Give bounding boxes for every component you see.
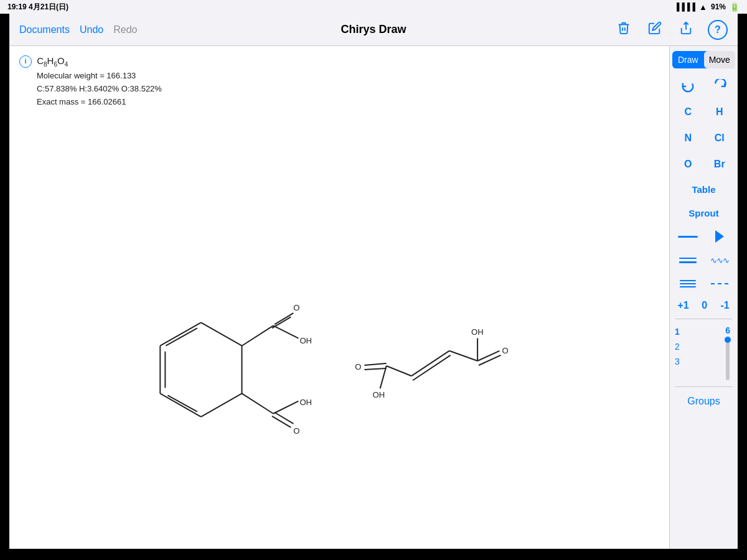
svg-line-24 (364, 368, 386, 370)
undo-tool-button[interactable] (674, 75, 702, 97)
carbon-button[interactable]: C (674, 101, 702, 123)
redo-tool-button[interactable] (706, 75, 733, 97)
battery-text: 91% (711, 2, 726, 11)
phthalic-acid: O OH O OH (160, 303, 312, 436)
svg-line-17 (275, 413, 293, 424)
right-panel: Draw Move C H (669, 46, 738, 549)
drawing-area[interactable]: i C8H6O4 Molecular weight = 166.133 C:57… (9, 46, 669, 549)
molecule-canvas: O OH O OH (9, 46, 669, 549)
groups-button[interactable]: Groups (672, 391, 735, 412)
divider-2 (675, 386, 732, 387)
svg-text:OH: OH (299, 398, 312, 407)
status-bar: 19:19 4月21日(日) ▐▐▐▐ ▲ 91% 🔋 (0, 0, 747, 14)
svg-line-1 (201, 322, 242, 345)
undo-button[interactable]: Undo (80, 24, 103, 35)
svg-line-28 (449, 351, 477, 361)
share-button[interactable] (677, 19, 695, 41)
svg-line-14 (273, 325, 298, 338)
fumaric-acid: O O (355, 327, 508, 399)
svg-line-10 (242, 325, 273, 345)
svg-line-30 (479, 355, 500, 365)
help-button[interactable]: ? (708, 20, 728, 40)
svg-line-11 (275, 313, 293, 324)
charge-minus-button[interactable]: -1 (716, 297, 734, 314)
svg-line-29 (477, 351, 499, 361)
charge-plus-button[interactable]: +1 (674, 297, 692, 314)
ring-num-2[interactable]: 2 (672, 340, 682, 353)
svg-line-4 (160, 393, 201, 416)
delete-button[interactable] (614, 19, 633, 41)
chlorine-button[interactable]: Cl (706, 127, 733, 149)
svg-line-23 (364, 363, 386, 365)
nav-left: Documents Undo Redo (19, 24, 137, 35)
arrow-bond-button[interactable] (706, 226, 733, 246)
hydrogen-button[interactable]: H (706, 101, 733, 123)
sprout-button[interactable]: Sprout (675, 202, 732, 224)
content-area: i C8H6O4 Molecular weight = 166.133 C:57… (9, 46, 738, 549)
svg-text:O: O (502, 346, 508, 355)
dashed-bond-button[interactable] (706, 274, 733, 294)
redo-text: Redo (113, 24, 137, 35)
ring-slider-col: 6 (725, 325, 730, 380)
main-container: Documents Undo Redo Chirys Draw ? (9, 14, 738, 549)
svg-line-25 (387, 366, 411, 376)
svg-text:O: O (355, 362, 361, 371)
svg-text:OH: OH (471, 327, 484, 337)
bond-row-3 (672, 273, 735, 295)
ring-slider-track[interactable] (726, 337, 730, 380)
divider-1 (675, 319, 732, 319)
svg-line-3 (201, 393, 242, 416)
table-button[interactable]: Table (675, 178, 732, 200)
ch-row: C H (672, 100, 735, 124)
oxygen-button[interactable]: O (674, 153, 702, 175)
nav-right: ? (614, 19, 728, 41)
svg-text:O: O (293, 426, 299, 436)
double-bond-button[interactable] (674, 250, 702, 270)
svg-line-7 (166, 328, 197, 345)
ring-num-1[interactable]: 1 (672, 325, 682, 338)
ncl-row: N Cl (672, 126, 735, 151)
status-right: ▐▐▐▐ ▲ 91% 🔋 (674, 2, 740, 12)
svg-line-16 (242, 393, 273, 413)
svg-line-26 (411, 351, 449, 376)
ring-slider-thumb (725, 337, 731, 343)
signal-icon: ▐▐▐▐ (674, 2, 695, 11)
triple-bond-button[interactable] (674, 274, 702, 294)
svg-line-9 (167, 395, 197, 411)
svg-line-18 (272, 416, 291, 427)
bond-row-1 (672, 225, 735, 248)
draw-mode-button[interactable]: Draw (672, 51, 704, 68)
wavy-bond-button[interactable]: ∿∿∿ (706, 250, 733, 270)
nav-title: Chirys Draw (341, 23, 406, 36)
nitrogen-button[interactable]: N (674, 127, 702, 149)
mode-toggle: Draw Move (672, 51, 735, 68)
svg-text:OH: OH (299, 336, 312, 345)
charge-row: +1 0 -1 (672, 296, 735, 315)
undo-redo-row (672, 73, 735, 98)
charge-zero-button[interactable]: 0 (696, 297, 713, 314)
ring-nums-col: 1 2 3 (672, 325, 682, 368)
move-mode-button[interactable]: Move (704, 51, 736, 68)
svg-line-27 (413, 355, 451, 380)
edit-button[interactable] (646, 19, 664, 41)
svg-line-6 (160, 322, 201, 345)
documents-button[interactable]: Documents (19, 24, 70, 35)
svg-line-20 (273, 401, 298, 414)
status-time: 19:19 4月21日(日) (7, 2, 68, 12)
nav-bar: Documents Undo Redo Chirys Draw ? (9, 14, 738, 46)
ring-slider-section: 1 2 3 6 (672, 323, 735, 383)
obr-row: O Br (672, 152, 735, 177)
single-bond-button[interactable] (674, 226, 702, 246)
battery-icon: 🔋 (730, 2, 740, 12)
ring-slider-value: 6 (725, 325, 730, 335)
ring-num-3[interactable]: 3 (672, 355, 682, 368)
svg-text:OH: OH (373, 390, 385, 399)
wifi-icon: ▲ (699, 2, 707, 12)
svg-text:O: O (293, 303, 299, 312)
bond-row-2: ∿∿∿ (672, 249, 735, 271)
bromine-button[interactable]: Br (706, 153, 733, 175)
